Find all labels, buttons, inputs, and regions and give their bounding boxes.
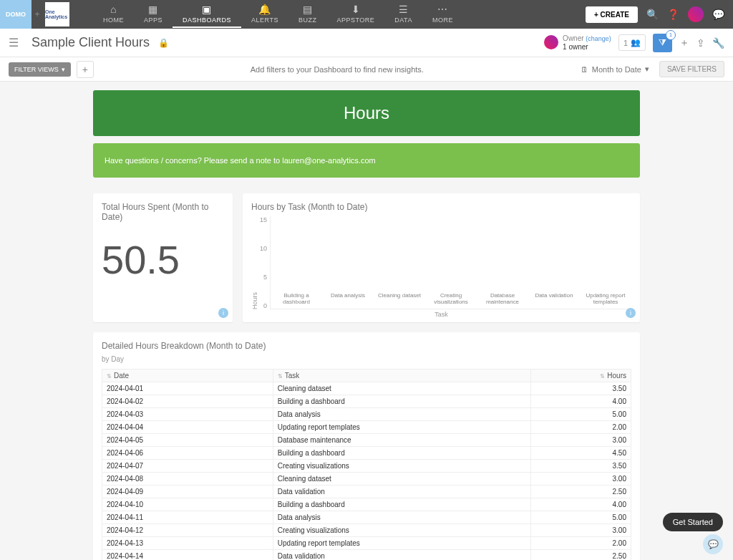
owner-change-link[interactable]: (change) bbox=[586, 35, 611, 42]
bar-column[interactable]: Updating report templates bbox=[583, 290, 628, 309]
nav-icon: ⋯ bbox=[437, 4, 448, 15]
cell-task: Cleaning dataset bbox=[273, 382, 530, 395]
table-row[interactable]: 2024-04-01Cleaning dataset3.50 bbox=[102, 382, 631, 395]
y-axis-label: Hours bbox=[251, 216, 258, 309]
bar-column[interactable]: Cleaning dataset bbox=[377, 290, 422, 309]
help-icon[interactable]: ❓ bbox=[667, 9, 679, 20]
nav-item-apps[interactable]: ▦APPS bbox=[134, 1, 173, 28]
nav-item-dashboards[interactable]: ▣DASHBOARDS bbox=[173, 1, 241, 28]
nav-item-home[interactable]: ⌂HOME bbox=[93, 1, 134, 28]
cell-hours: 4.00 bbox=[531, 395, 631, 408]
table-row[interactable]: 2024-04-07Creating visualizations3.50 bbox=[102, 460, 631, 473]
table-row[interactable]: 2024-04-08Cleaning dataset3.00 bbox=[102, 473, 631, 486]
get-started-button[interactable]: Get Started bbox=[663, 513, 723, 531]
domo-logo[interactable]: DOMO bbox=[0, 0, 31, 29]
filter-funnel-button[interactable]: ⧩ 1 bbox=[653, 34, 672, 52]
breakdown-table: ⇅Date⇅Task⇅Hours 2024-04-01Cleaning data… bbox=[102, 369, 631, 560]
owner-block[interactable]: Owner (change) 1 owner bbox=[544, 34, 611, 51]
search-icon[interactable]: 🔍 bbox=[646, 9, 659, 20]
cell-task: Updating report templates bbox=[273, 537, 530, 550]
add-filter-button[interactable]: + bbox=[77, 61, 94, 78]
table-row[interactable]: 2024-04-02Building a dashboard4.00 bbox=[102, 395, 631, 408]
cell-date: 2024-04-13 bbox=[102, 537, 273, 550]
filter-views-label: FILTER VIEWS bbox=[14, 66, 59, 73]
people-icon: 👥 bbox=[631, 38, 641, 47]
bar-column[interactable]: Database maintenance bbox=[480, 290, 525, 309]
menu-icon[interactable]: ☰ bbox=[9, 36, 19, 49]
cell-task: Updating report templates bbox=[273, 421, 530, 434]
cell-date: 2024-04-08 bbox=[102, 473, 273, 486]
cell-hours: 2.00 bbox=[531, 537, 631, 550]
cell-task: Building a dashboard bbox=[273, 498, 530, 511]
chat-icon[interactable]: 💬 bbox=[712, 9, 724, 20]
cell-hours: 5.00 bbox=[531, 408, 631, 421]
table-row[interactable]: 2024-04-04Updating report templates2.00 bbox=[102, 421, 631, 434]
bar-column[interactable]: Building a dashboard bbox=[273, 290, 319, 309]
nav-item-data[interactable]: ☰DATA bbox=[384, 1, 422, 28]
sort-icon: ⇅ bbox=[107, 373, 112, 380]
nav-item-alerts[interactable]: 🔔ALERTS bbox=[241, 1, 288, 28]
table-row[interactable]: 2024-04-03Data analysis5.00 bbox=[102, 408, 631, 421]
cell-hours: 2.50 bbox=[531, 550, 631, 561]
people-count-pill[interactable]: 1 👥 bbox=[618, 34, 646, 51]
wrench-icon[interactable]: 🔧 bbox=[712, 37, 724, 49]
cell-task: Data analysis bbox=[273, 408, 530, 421]
bar-label: Building a dashboard bbox=[273, 293, 319, 309]
total-hours-card[interactable]: Total Hours Spent (Month to Date) 50.5 i bbox=[93, 193, 233, 322]
bar-column[interactable]: Data validation bbox=[531, 290, 577, 309]
plus-separator: + bbox=[31, 9, 43, 19]
nav-item-buzz[interactable]: ▤BUZZ bbox=[288, 1, 327, 28]
cell-task: Data validation bbox=[273, 550, 530, 561]
cell-task: Creating visualizations bbox=[273, 524, 530, 537]
lock-icon[interactable]: 🔒 bbox=[158, 38, 169, 48]
table-row[interactable]: 2024-04-14Data validation2.50 bbox=[102, 550, 631, 561]
cell-date: 2024-04-14 bbox=[102, 550, 273, 561]
funnel-icon: ⧩ bbox=[659, 37, 666, 48]
date-range-selector[interactable]: 🗓 Month to Date ▾ bbox=[581, 64, 649, 74]
table-row[interactable]: 2024-04-10Building a dashboard4.00 bbox=[102, 498, 631, 511]
table-row[interactable]: 2024-04-05Database maintenance3.00 bbox=[102, 434, 631, 447]
share-icon[interactable]: ⇪ bbox=[696, 37, 705, 49]
cell-date: 2024-04-02 bbox=[102, 395, 273, 408]
table-row[interactable]: 2024-04-09Data validation2.50 bbox=[102, 486, 631, 498]
cell-hours: 4.50 bbox=[531, 447, 631, 460]
bar-label: Database maintenance bbox=[480, 293, 525, 309]
table-row[interactable]: 2024-04-13Updating report templates2.00 bbox=[102, 537, 631, 550]
table-row[interactable]: 2024-04-06Building a dashboard4.50 bbox=[102, 447, 631, 460]
bar-column[interactable]: Data analysis bbox=[325, 290, 371, 309]
nav-icon: ⬇ bbox=[351, 4, 361, 15]
page-title: Sample Client Hours bbox=[31, 35, 150, 50]
cell-hours: 2.00 bbox=[531, 421, 631, 434]
cell-task: Database maintenance bbox=[273, 434, 530, 447]
chevron-down-icon: ▾ bbox=[645, 64, 649, 74]
add-icon[interactable]: ＋ bbox=[679, 37, 689, 49]
filter-views-button[interactable]: FILTER VIEWS ▾ bbox=[9, 62, 71, 77]
one-analytics-logo[interactable]: One Analytics bbox=[45, 2, 69, 26]
table-header[interactable]: ⇅Date bbox=[102, 370, 273, 382]
table-row[interactable]: 2024-04-11Data analysis5.00 bbox=[102, 511, 631, 524]
nav-item-appstore[interactable]: ⬇APPSTORE bbox=[326, 1, 384, 28]
hours-by-task-card[interactable]: Hours by Task (Month to Date) Hours 1510… bbox=[243, 193, 640, 322]
info-icon[interactable]: i bbox=[626, 308, 636, 318]
x-axis-label: Task bbox=[251, 311, 631, 318]
cell-hours: 5.00 bbox=[531, 511, 631, 524]
banner-note: Have questions / concerns? Please send a… bbox=[93, 143, 640, 178]
cell-date: 2024-04-01 bbox=[102, 382, 273, 395]
save-filters-button[interactable]: SAVE FILTERS bbox=[659, 61, 724, 77]
info-icon[interactable]: i bbox=[218, 308, 228, 318]
table-row[interactable]: 2024-04-12Creating visualizations3.00 bbox=[102, 524, 631, 537]
nav-icon: ▤ bbox=[303, 4, 313, 15]
cell-hours: 3.50 bbox=[531, 382, 631, 395]
cell-date: 2024-04-07 bbox=[102, 460, 273, 473]
breakdown-table-card[interactable]: Detailed Hours Breakdown (Month to Date)… bbox=[93, 332, 640, 560]
user-avatar[interactable] bbox=[688, 6, 704, 22]
bar-column[interactable]: Creating visualizations bbox=[428, 290, 474, 309]
total-hours-value: 50.5 bbox=[102, 236, 224, 283]
table-title: Detailed Hours Breakdown (Month to Date) bbox=[102, 341, 631, 351]
chat-bubble-button[interactable]: 💬 bbox=[703, 534, 723, 554]
table-header[interactable]: ⇅Hours bbox=[531, 370, 631, 382]
nav-item-more[interactable]: ⋯MORE bbox=[422, 1, 463, 28]
dashboard-content: Hours Have questions / concerns? Please … bbox=[0, 82, 733, 560]
table-header[interactable]: ⇅Task bbox=[273, 370, 530, 382]
create-button[interactable]: + CREATE bbox=[586, 6, 638, 23]
